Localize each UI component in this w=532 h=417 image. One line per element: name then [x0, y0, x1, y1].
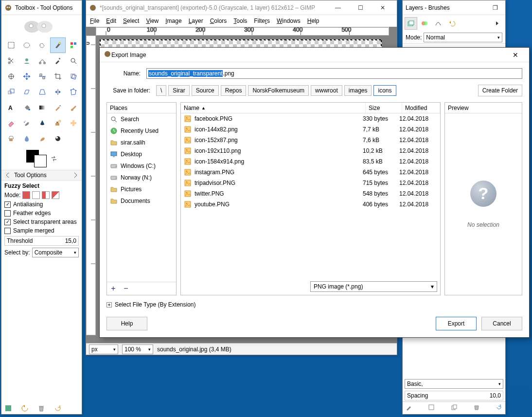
unit-select[interactable]: px▾ — [89, 344, 118, 354]
close-button[interactable]: ✕ — [372, 1, 394, 15]
tool-align[interactable] — [35, 69, 50, 84]
tool-blend[interactable] — [35, 100, 50, 115]
menu-filters[interactable]: Filters — [254, 18, 270, 24]
zoom-select[interactable]: 100 %▾ — [122, 344, 153, 354]
tool-options-header[interactable]: Tool Options — [1, 170, 82, 181]
tool-airbrush[interactable] — [19, 115, 35, 131]
create-folder-button[interactable]: Create Folder — [478, 85, 522, 96]
places-item[interactable]: Desktop — [107, 148, 176, 160]
file-row[interactable]: facebook.PNG330 bytes12.04.2018 — [181, 113, 440, 124]
tool-dodge[interactable] — [50, 131, 66, 146]
minimize-button[interactable]: — — [327, 1, 349, 15]
layer-mode-select[interactable]: Normal▾ — [424, 33, 502, 42]
tool-text[interactable]: A — [3, 100, 19, 115]
tool-ink[interactable] — [35, 115, 50, 131]
tool-rect-select[interactable] — [3, 37, 19, 53]
save-options-icon[interactable] — [4, 404, 12, 412]
tab-layers[interactable] — [405, 17, 417, 30]
tool-smudge[interactable] — [35, 131, 50, 146]
places-item[interactable]: Windows (C:) — [107, 160, 176, 172]
restore-options-icon[interactable] — [21, 404, 29, 412]
sample-merged-checkbox[interactable]: Sample merged — [4, 227, 79, 234]
tool-free-select[interactable] — [35, 37, 50, 53]
crumb[interactable]: wwwroot — [311, 85, 342, 96]
places-item[interactable]: sirar.salih — [107, 137, 176, 148]
remove-bookmark-button[interactable]: − — [122, 284, 130, 293]
file-row[interactable]: icon-152x87.png7,6 kB12.04.2018 — [181, 135, 440, 145]
tool-blur[interactable] — [19, 131, 35, 146]
background-color[interactable] — [34, 155, 47, 167]
tool-fuzzy-select[interactable] — [50, 37, 66, 53]
brush-refresh-icon[interactable] — [496, 404, 502, 412]
file-row[interactable]: icon-144x82.png7,7 kB12.04.2018 — [181, 124, 440, 135]
tab-channels[interactable] — [418, 17, 431, 30]
menu-tools[interactable]: Tools — [233, 18, 247, 24]
add-bookmark-button[interactable]: + — [109, 284, 118, 293]
brush-name-select[interactable]: Basic,▾ — [405, 379, 503, 389]
tool-bucket-fill[interactable] — [19, 100, 35, 115]
tool-rotate[interactable] — [66, 69, 81, 84]
file-row[interactable]: twitter.PNG548 bytes12.04.2018 — [181, 188, 440, 199]
antialiasing-checkbox[interactable]: Antialiasing — [4, 201, 79, 208]
tool-by-color-select[interactable] — [66, 37, 81, 53]
brush-duplicate-icon[interactable] — [451, 404, 458, 412]
mode-intersect-icon[interactable] — [52, 191, 59, 199]
delete-options-icon[interactable] — [37, 404, 45, 412]
col-size[interactable]: Size — [366, 103, 402, 113]
tool-shear[interactable] — [19, 84, 35, 100]
tool-eraser[interactable] — [3, 115, 19, 131]
tool-heal[interactable] — [66, 115, 81, 131]
places-item[interactable]: Pictures — [107, 183, 176, 195]
feather-edges-checkbox[interactable]: Feather edges — [4, 210, 79, 217]
tool-paths[interactable] — [35, 53, 50, 69]
tool-ellipse-select[interactable] — [19, 37, 35, 53]
swap-colors-icon[interactable] — [51, 155, 57, 162]
file-type-filter[interactable]: PNG image (*.png)▾ — [310, 281, 437, 292]
threshold-row[interactable]: Threshold 15,0 — [4, 236, 79, 246]
tool-paintbrush[interactable] — [66, 100, 81, 115]
ruler-horizontal[interactable]: 0 100 200 300 400 500 — [96, 27, 389, 36]
main-titlebar[interactable]: *[sounds_original_transparent] (exported… — [86, 0, 397, 15]
col-name[interactable]: Name▲ — [181, 103, 366, 113]
dialog-close-button[interactable]: ✕ — [506, 48, 525, 62]
toolbox-titlebar[interactable]: Toolbox - Tool Options — [1, 0, 82, 15]
crumb[interactable]: NorskFolkemuseum — [248, 85, 309, 96]
menu-help[interactable]: Help — [307, 18, 319, 24]
tool-clone[interactable] — [50, 115, 66, 131]
select-transparent-checkbox[interactable]: Select transparent areas — [4, 218, 79, 225]
select-by-dropdown[interactable]: Composite▾ — [32, 248, 79, 257]
export-button[interactable]: Export — [436, 317, 477, 330]
crumb-current[interactable]: icons — [373, 85, 396, 96]
tab-paths[interactable] — [432, 17, 444, 30]
tool-pencil[interactable] — [50, 100, 66, 115]
mode-replace-icon[interactable] — [22, 191, 30, 199]
menu-view[interactable]: View — [146, 18, 159, 24]
tool-scissors[interactable] — [3, 53, 19, 69]
places-item[interactable]: Search — [107, 113, 176, 125]
crumb[interactable]: Sirar — [168, 85, 189, 96]
tool-crop[interactable] — [50, 69, 66, 84]
file-row[interactable]: youtube.PNG406 bytes12.04.2018 — [181, 199, 440, 210]
ruler-vertical[interactable]: 0 — [86, 36, 96, 335]
file-row[interactable]: icon-1584x914.png83,5 kB12.04.2018 — [181, 156, 440, 167]
brush-edit-icon[interactable] — [406, 404, 412, 412]
mode-subtract-icon[interactable] — [42, 191, 50, 199]
crumb[interactable]: images — [344, 85, 372, 96]
crumb[interactable]: Repos — [221, 85, 247, 96]
tool-foreground-select[interactable] — [19, 53, 35, 69]
tool-zoom[interactable] — [66, 53, 81, 69]
file-row[interactable]: tripadvisor.PNG715 bytes12.04.2018 — [181, 178, 440, 188]
layers-menu-icon[interactable] — [491, 17, 503, 30]
file-row[interactable]: instagram.PNG645 bytes12.04.2018 — [181, 167, 440, 178]
tool-cage[interactable] — [66, 84, 81, 100]
crumb[interactable]: \ — [156, 85, 166, 96]
tool-perspective-clone[interactable] — [3, 131, 19, 146]
cancel-button[interactable]: Cancel — [481, 317, 522, 330]
tool-color-picker[interactable] — [50, 53, 66, 69]
layers-restore-button[interactable]: ❐ — [488, 1, 502, 15]
brush-delete-icon[interactable] — [473, 404, 480, 412]
tool-measure[interactable] — [3, 69, 19, 84]
menu-edit[interactable]: Edit — [106, 18, 116, 24]
reset-options-icon[interactable] — [54, 404, 62, 412]
crumb[interactable]: Source — [192, 85, 219, 96]
